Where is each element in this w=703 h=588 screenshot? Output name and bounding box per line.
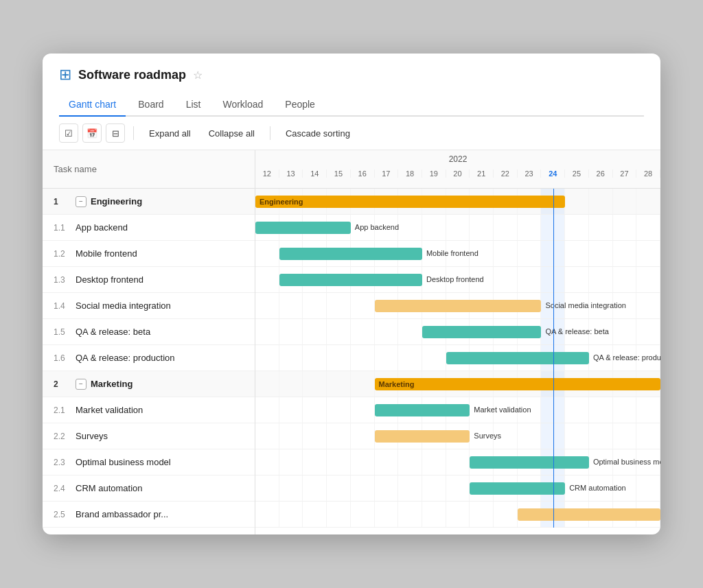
chart-cell xyxy=(636,241,660,266)
chart-cell xyxy=(255,475,279,501)
task-name-label: Surveys xyxy=(76,431,108,441)
day-label: 20 xyxy=(446,169,470,178)
task-row: 1.2Mobile frontend xyxy=(43,241,255,267)
task-row: 2.2Surveys xyxy=(43,423,255,449)
gantt-bar[interactable] xyxy=(422,326,542,338)
tab-list[interactable]: List xyxy=(176,93,211,117)
chart-cell xyxy=(636,293,660,318)
task-name-label: QA & release: production xyxy=(76,353,175,363)
gantt-bar[interactable]: Engineering xyxy=(255,196,565,208)
chart-cell xyxy=(470,215,494,240)
day-label: 23 xyxy=(518,169,542,178)
gantt-bar[interactable]: Marketing xyxy=(375,378,660,390)
chart-cell xyxy=(375,449,399,475)
day-label: 18 xyxy=(398,169,422,178)
chart-cell xyxy=(589,397,613,423)
gantt-bar[interactable] xyxy=(518,508,660,521)
chart-cell xyxy=(303,449,327,475)
chart-cell xyxy=(398,475,422,501)
chart-cell xyxy=(589,423,613,449)
gantt-bar[interactable] xyxy=(375,404,470,416)
star-icon[interactable]: ☆ xyxy=(193,69,203,82)
day-label: 22 xyxy=(494,169,518,178)
app-title: Software roadmap xyxy=(78,68,186,82)
collapse-button[interactable]: − xyxy=(76,196,87,207)
task-row: 1.4Social media integration xyxy=(43,293,255,319)
tab-people[interactable]: People xyxy=(275,93,325,117)
tab-board[interactable]: Board xyxy=(128,93,173,117)
gantt-bar[interactable] xyxy=(470,482,565,495)
day-label: 12 xyxy=(255,169,279,178)
collapse-button[interactable]: − xyxy=(76,379,87,390)
chart-cell xyxy=(565,215,589,240)
title-row: ⊞ Software roadmap ☆ xyxy=(59,66,644,84)
chart-cell xyxy=(279,319,303,344)
task-row: 2.5Brand ambassador pr... xyxy=(43,502,255,528)
chart-row: Marketing xyxy=(255,371,660,397)
task-number: 1.1 xyxy=(54,223,76,233)
task-row: 1.5QA & release: beta xyxy=(43,319,255,345)
chart-cell xyxy=(303,371,327,397)
hierarchy-icon[interactable]: ⊟ xyxy=(106,124,125,143)
calendar-icon[interactable]: 📅 xyxy=(82,124,102,143)
chart-cell xyxy=(636,189,660,214)
expand-all-button[interactable]: Expand all xyxy=(142,126,198,141)
chart-cell xyxy=(375,345,399,371)
gantt-bar[interactable] xyxy=(375,430,470,443)
gantt-bar[interactable] xyxy=(279,248,422,260)
chart-cell xyxy=(613,423,637,449)
task-number: 1.2 xyxy=(54,249,76,259)
chart-cell xyxy=(565,241,589,266)
chart-cell xyxy=(327,293,351,318)
task-row: 2.4CRM automation xyxy=(43,475,255,502)
chart-cell xyxy=(446,502,470,527)
chart-cell xyxy=(279,371,303,397)
task-name-label: Engineering xyxy=(91,196,142,207)
task-name-label: Marketing xyxy=(91,379,132,389)
chart-cell xyxy=(303,502,327,527)
chart-cell xyxy=(636,475,660,501)
collapse-all-button[interactable]: Collapse all xyxy=(202,126,262,141)
chart-cell xyxy=(613,319,637,344)
task-name-label: Market validation xyxy=(76,405,143,415)
task-name-label: Brand ambassador pr... xyxy=(76,509,168,519)
task-name-label: App backend xyxy=(76,222,128,233)
checkbox-view-icon[interactable]: ☑ xyxy=(59,124,78,143)
chart-row: CRM automation xyxy=(255,475,660,502)
chart-cell xyxy=(351,423,375,449)
tab-workload[interactable]: Workload xyxy=(213,93,273,117)
gantt-bar[interactable] xyxy=(470,456,589,469)
gantt-bar[interactable] xyxy=(375,300,542,312)
app-window: ⊞ Software roadmap ☆ Gantt chart Board L… xyxy=(43,54,660,534)
chart-cell xyxy=(398,449,422,475)
chart-cell xyxy=(518,241,542,266)
day-label: 16 xyxy=(351,169,375,178)
chart-row: QA & release: beta xyxy=(255,319,660,345)
chart-cell xyxy=(398,502,422,527)
gantt-bar[interactable] xyxy=(279,274,422,286)
day-label: 25 xyxy=(565,169,589,178)
chart-cell xyxy=(351,345,375,371)
task-number: 2.5 xyxy=(54,510,76,519)
chart-cell xyxy=(327,371,351,397)
chart-cell xyxy=(589,215,613,240)
chart-cell xyxy=(327,319,351,344)
chart-cell xyxy=(422,345,446,371)
chart-cell xyxy=(494,502,518,527)
chart-cell xyxy=(327,449,351,475)
task-number: 2.3 xyxy=(54,458,76,467)
task-name-header: Task name xyxy=(43,150,255,189)
cascade-sorting-button[interactable]: Cascade sorting xyxy=(279,126,357,141)
header: ⊞ Software roadmap ☆ Gantt chart Board L… xyxy=(43,54,660,117)
gantt-bar[interactable] xyxy=(255,222,351,234)
chart-cell xyxy=(255,241,279,266)
chart-cell xyxy=(613,215,637,240)
task-row: 1.6QA & release: production xyxy=(43,345,255,371)
gantt-bar[interactable] xyxy=(446,352,589,364)
tab-gantt[interactable]: Gantt chart xyxy=(59,93,126,117)
toolbar: ☑ 📅 ⊟ Expand all Collapse all Cascade so… xyxy=(43,117,660,150)
chart-row: QA & release: production xyxy=(255,345,660,371)
task-panel: Task name 1−Engineering1.1App backend1.2… xyxy=(43,150,255,534)
chart-cell xyxy=(636,215,660,240)
chart-cell xyxy=(327,502,351,527)
